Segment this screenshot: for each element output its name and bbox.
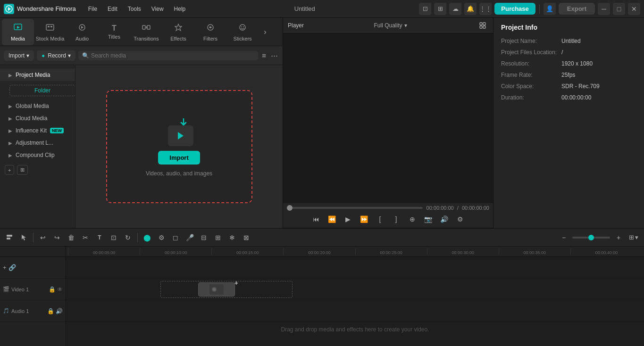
copy-icon-btn[interactable]: ⊞	[434, 3, 446, 15]
delete-button[interactable]: 🗑	[65, 231, 78, 244]
search-input[interactable]	[91, 52, 254, 59]
grid-view-button[interactable]: ⊞	[17, 165, 28, 175]
restore-icon-btn[interactable]: ⊡	[419, 3, 431, 15]
tab-stock-media[interactable]: Stock Media	[34, 19, 66, 45]
video-track-row[interactable]: +	[66, 279, 644, 300]
select-tool-button[interactable]	[3, 231, 16, 244]
redo-button[interactable]: ↪	[50, 231, 64, 244]
add-media-button[interactable]: +	[5, 165, 14, 175]
minimize-button[interactable]: ─	[598, 3, 610, 15]
merge-button[interactable]: ⊞	[211, 231, 225, 244]
import-dropdown-button[interactable]: Import ▾	[4, 50, 34, 61]
video-track-lock-button[interactable]: 🔒	[49, 286, 56, 293]
audio-waveform-button[interactable]: 🎤	[183, 231, 196, 244]
ruler-mark: 00:00:40:00	[570, 248, 642, 255]
svg-rect-19	[483, 26, 485, 28]
crop-button[interactable]: ⊡	[107, 231, 120, 244]
sidebar-item-compound-clip[interactable]: ▶ Compound Clip	[0, 149, 75, 161]
cut-button[interactable]: ✂	[79, 231, 92, 244]
step-forward-button[interactable]: ⏩	[358, 213, 371, 226]
add-track-button-1[interactable]: +	[3, 264, 7, 271]
skip-back-button[interactable]: ⏮	[309, 213, 323, 226]
menu-help[interactable]: Help	[169, 4, 191, 14]
tab-media[interactable]: Media	[2, 19, 34, 45]
freeze-button[interactable]: ❄	[226, 231, 239, 244]
audio-track-lock-button[interactable]: 🔒	[47, 308, 54, 314]
menu-view[interactable]: View	[147, 4, 168, 14]
tabs-more-button[interactable]: ›	[259, 26, 271, 38]
audio-track-row[interactable]	[66, 300, 644, 322]
sidebar-item-adjustment[interactable]: ▶ Adjustment L...	[0, 137, 75, 149]
tab-filters[interactable]: Filters	[194, 19, 226, 45]
zoom-in-button[interactable]: +	[612, 231, 625, 244]
audio-track-mute-button[interactable]: 🔊	[56, 308, 63, 314]
menu-file[interactable]: File	[84, 4, 102, 14]
more-options-button[interactable]: ⋯	[270, 50, 279, 61]
info-row-files: Project Files Location: /	[501, 49, 636, 56]
sidebar-item-influence-kit[interactable]: ▶ Influence Kit NEW	[0, 124, 75, 137]
notification-icon-btn[interactable]: 🔔	[464, 3, 477, 15]
zoom-out-button[interactable]: −	[557, 231, 570, 244]
text-button[interactable]: T	[93, 231, 106, 244]
media-clip[interactable]: +	[198, 282, 235, 297]
menu-tools[interactable]: Tools	[123, 4, 146, 14]
user-icon-btn[interactable]: 👤	[544, 3, 556, 15]
add-to-timeline-button[interactable]: ⊕	[406, 213, 419, 226]
play-button[interactable]: ▶	[342, 213, 355, 226]
player-fullscreen-button[interactable]	[477, 20, 488, 31]
sidebar-item-global-media[interactable]: ▶ Global Media	[0, 100, 75, 112]
ruler-mark: 00:00:30:00	[427, 248, 499, 255]
media-toolbar: Import ▾ ● Record ▾ 🔍 ≡ ⋯	[0, 46, 283, 65]
autocut-button[interactable]: ⬤	[141, 231, 154, 244]
svg-rect-18	[480, 26, 482, 28]
audio-button[interactable]: 🔊	[438, 213, 451, 226]
player-area: Player Full Quality ▾	[283, 18, 493, 228]
logo-icon	[4, 4, 14, 14]
pointer-tool-button[interactable]	[17, 231, 30, 244]
step-back-button[interactable]: ⏪	[326, 213, 339, 226]
rotate-button[interactable]: ↻	[121, 231, 134, 244]
tab-audio[interactable]: Audio	[66, 19, 98, 45]
drop-zone-icon	[165, 117, 193, 145]
zoom-slider[interactable]	[572, 237, 610, 239]
split-button[interactable]: ⊟	[197, 231, 210, 244]
maximize-button[interactable]: □	[613, 3, 625, 15]
cloud-icon-btn[interactable]: ☁	[449, 3, 461, 15]
close-button[interactable]: ✕	[628, 3, 640, 15]
purchase-button[interactable]: Purchase	[494, 3, 535, 15]
tab-transitions[interactable]: Transitions	[130, 19, 162, 45]
settings-button[interactable]: ⚙	[454, 213, 467, 226]
video-track-eye-button[interactable]: 👁	[57, 286, 63, 293]
tab-effects[interactable]: Effects	[162, 19, 194, 45]
mark-in-button[interactable]: [	[374, 213, 387, 226]
sidebar-item-project-media[interactable]: ▶ Project Media	[0, 69, 75, 81]
media-drop-area: Import Videos, audio, and images	[75, 65, 283, 228]
record-dropdown-button[interactable]: ● Record ▾	[37, 50, 75, 61]
export-button[interactable]: Export	[559, 3, 595, 15]
grid-icon-btn[interactable]: ⋮⋮	[479, 3, 492, 15]
speed-button[interactable]: ⚙	[155, 231, 168, 244]
filter-button[interactable]: ≡	[261, 50, 267, 60]
mask-button[interactable]: ◻	[169, 231, 182, 244]
stabilize-button[interactable]: ⊠	[240, 231, 253, 244]
undo-button[interactable]: ↩	[36, 231, 50, 244]
sidebar-item-cloud-media[interactable]: ▶ Cloud Media	[0, 112, 75, 124]
folder-button[interactable]: Folder	[9, 85, 75, 96]
grid-layout-button[interactable]: ⊞ ▾	[626, 233, 641, 242]
tab-titles[interactable]: T Titles	[98, 19, 130, 45]
menu-edit[interactable]: Edit	[103, 4, 122, 14]
tab-effects-label: Effects	[170, 36, 186, 41]
info-row-duration: Duration: 00:00:00:00	[501, 94, 636, 101]
snapshot-button[interactable]: 📷	[422, 213, 435, 226]
quality-label: Full Quality	[374, 22, 402, 29]
link-track-button[interactable]: 🔗	[8, 264, 16, 271]
sidebar-item-global-media-label: Global Media	[16, 103, 49, 109]
progress-track[interactable]	[287, 207, 423, 209]
progress-thumb[interactable]	[287, 205, 293, 211]
ruler-marks: 00:00:05:00 00:00:10:00 00:00:15:00 00:0…	[68, 248, 642, 255]
drop-zone-import-button[interactable]: Import	[158, 151, 200, 165]
mark-out-button[interactable]: ]	[390, 213, 403, 226]
svg-marker-10	[175, 24, 182, 31]
quality-button[interactable]: Full Quality ▾	[374, 22, 407, 29]
tab-stickers[interactable]: Stickers	[226, 19, 259, 45]
